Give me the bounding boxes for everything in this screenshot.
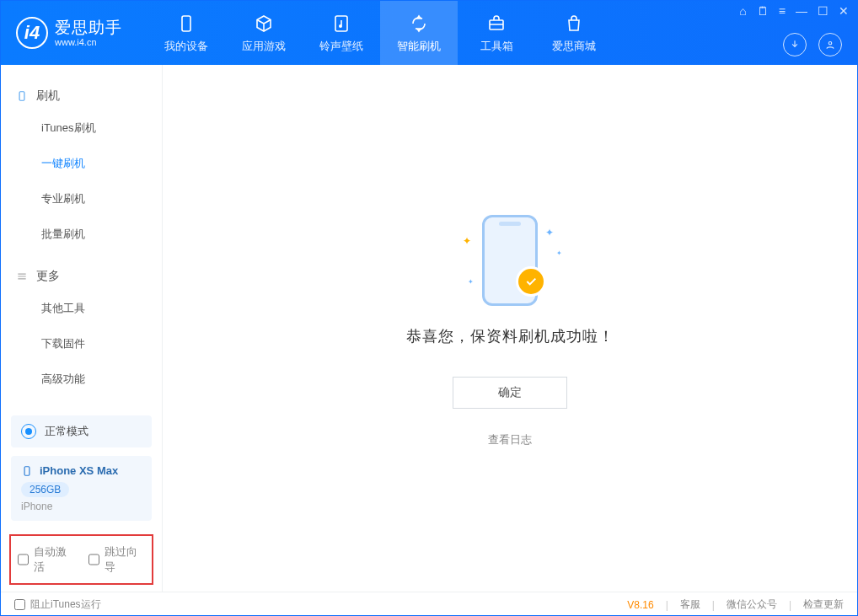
checkbox-skip-guide[interactable]: 跳过向导 — [88, 544, 146, 575]
device-icon — [176, 13, 196, 35]
checkbox-input[interactable] — [18, 554, 29, 565]
check-badge-icon — [518, 269, 544, 294]
sidebar-item-other-tools[interactable]: 其他工具 — [1, 291, 162, 326]
device-card[interactable]: iPhone XS Max 256GB iPhone — [11, 456, 152, 521]
checkbox-input[interactable] — [14, 599, 25, 610]
sidebar-item-pro-flash[interactable]: 专业刷机 — [1, 181, 162, 217]
sidebar-item-batch-flash[interactable]: 批量刷机 — [1, 217, 162, 252]
device-phone-icon — [21, 465, 33, 477]
separator: | — [712, 599, 715, 611]
tab-store[interactable]: 爱思商城 — [535, 1, 613, 65]
music-icon — [331, 13, 351, 35]
svg-rect-6 — [24, 466, 29, 475]
nav-tabs: 我的设备 应用游戏 铃声壁纸 智能刷机 工具箱 爱思商城 — [147, 1, 613, 65]
device-type: iPhone — [21, 501, 142, 512]
mode-dot-icon — [21, 424, 36, 439]
sparkle-icon: ✦ — [468, 278, 474, 286]
checkbox-auto-activate[interactable]: 自动激活 — [18, 544, 75, 575]
checkbox-label: 自动激活 — [34, 544, 74, 575]
sidebar: 刷机 iTunes刷机 一键刷机 专业刷机 批量刷机 更多 其他工具 下载固件 … — [1, 65, 163, 592]
app-body: 刷机 iTunes刷机 一键刷机 专业刷机 批量刷机 更多 其他工具 下载固件 … — [1, 65, 857, 592]
titlebar-controls: ⌂ 🗒 ≡ — ☐ ✕ — [739, 4, 849, 18]
header-right-icons — [783, 33, 842, 56]
svg-point-4 — [829, 42, 832, 46]
app-logo: i4 爱思助手 www.i4.cn — [1, 17, 137, 49]
close-icon[interactable]: ✕ — [839, 4, 849, 18]
checkbox-label: 阻止iTunes运行 — [30, 597, 101, 612]
sparkle-icon: ✦ — [556, 249, 562, 257]
checkbox-input[interactable] — [88, 554, 99, 565]
svg-rect-0 — [182, 16, 190, 31]
version-label: V8.16 — [627, 599, 653, 611]
tab-label: 我的设备 — [164, 39, 208, 54]
sidebar-group-flash: 刷机 — [1, 82, 162, 110]
maximize-icon[interactable]: ☐ — [818, 4, 829, 18]
view-log-link[interactable]: 查看日志 — [488, 432, 532, 447]
sidebar-group-title: 更多 — [36, 269, 60, 284]
mode-indicator[interactable]: 正常模式 — [11, 415, 152, 447]
refresh-icon — [409, 13, 429, 35]
main-content: ✦ ✦ ✦ ✦ 恭喜您，保资料刷机成功啦！ 确定 查看日志 — [163, 65, 857, 592]
sparkle-icon: ✦ — [545, 227, 554, 238]
sidebar-item-download-firmware[interactable]: 下载固件 — [1, 326, 162, 362]
device-capacity: 256GB — [21, 482, 69, 497]
sidebar-group-title: 刷机 — [36, 88, 60, 104]
menu-icon — [16, 271, 28, 282]
toolbox-icon — [486, 13, 507, 35]
app-domain: www.i4.cn — [55, 37, 122, 48]
app-header: i4 爱思助手 www.i4.cn 我的设备 应用游戏 铃声壁纸 智能刷机 工具… — [1, 1, 857, 65]
footer-link-wechat[interactable]: 微信公众号 — [727, 597, 777, 612]
separator: | — [666, 599, 668, 611]
tab-smart-flash[interactable]: 智能刷机 — [380, 1, 458, 65]
footer-link-update[interactable]: 检查更新 — [803, 597, 844, 612]
separator: | — [789, 599, 791, 611]
app-name: 爱思助手 — [55, 19, 122, 37]
tab-label: 爱思商城 — [552, 39, 596, 54]
device-name: iPhone XS Max — [40, 464, 118, 477]
cube-icon — [254, 13, 274, 35]
tab-apps-games[interactable]: 应用游戏 — [225, 1, 303, 65]
status-bar: 阻止iTunes运行 V8.16 | 客服 | 微信公众号 | 检查更新 — [1, 592, 857, 616]
sidebar-item-one-click-flash[interactable]: 一键刷机 — [1, 146, 162, 181]
checkbox-block-itunes[interactable]: 阻止iTunes运行 — [14, 597, 101, 612]
confirm-button[interactable]: 确定 — [453, 377, 567, 409]
tab-my-device[interactable]: 我的设备 — [147, 1, 225, 65]
bag-icon — [564, 13, 584, 35]
minimize-icon[interactable]: — — [796, 4, 807, 18]
svg-rect-5 — [19, 92, 24, 101]
success-message: 恭喜您，保资料刷机成功啦！ — [406, 326, 614, 346]
sidebar-group-more: 更多 — [1, 262, 162, 291]
list-icon[interactable]: ≡ — [779, 4, 786, 18]
checkbox-label: 跳过向导 — [105, 544, 145, 575]
tab-label: 应用游戏 — [242, 39, 286, 54]
footer-link-support[interactable]: 客服 — [680, 597, 700, 612]
tab-label: 智能刷机 — [397, 39, 441, 54]
mode-label: 正常模式 — [45, 424, 88, 439]
flash-options-row: 自动激活 跳过向导 — [9, 534, 153, 585]
svg-point-2 — [339, 24, 342, 28]
download-icon[interactable] — [783, 33, 807, 56]
phone-icon — [16, 90, 28, 102]
success-illustration: ✦ ✦ ✦ ✦ — [442, 210, 577, 311]
tab-toolbox[interactable]: 工具箱 — [458, 1, 535, 65]
sidebar-item-advanced[interactable]: 高级功能 — [1, 362, 162, 397]
sparkle-icon: ✦ — [463, 235, 471, 247]
logo-icon: i4 — [16, 17, 48, 49]
user-icon[interactable] — [818, 33, 842, 56]
note-icon[interactable]: 🗒 — [757, 4, 769, 18]
tab-label: 铃声壁纸 — [319, 39, 363, 54]
shirt-icon[interactable]: ⌂ — [739, 4, 746, 18]
sidebar-item-itunes-flash[interactable]: iTunes刷机 — [1, 110, 162, 146]
tab-label: 工具箱 — [480, 39, 513, 54]
tab-ringtones-wallpapers[interactable]: 铃声壁纸 — [303, 1, 380, 65]
